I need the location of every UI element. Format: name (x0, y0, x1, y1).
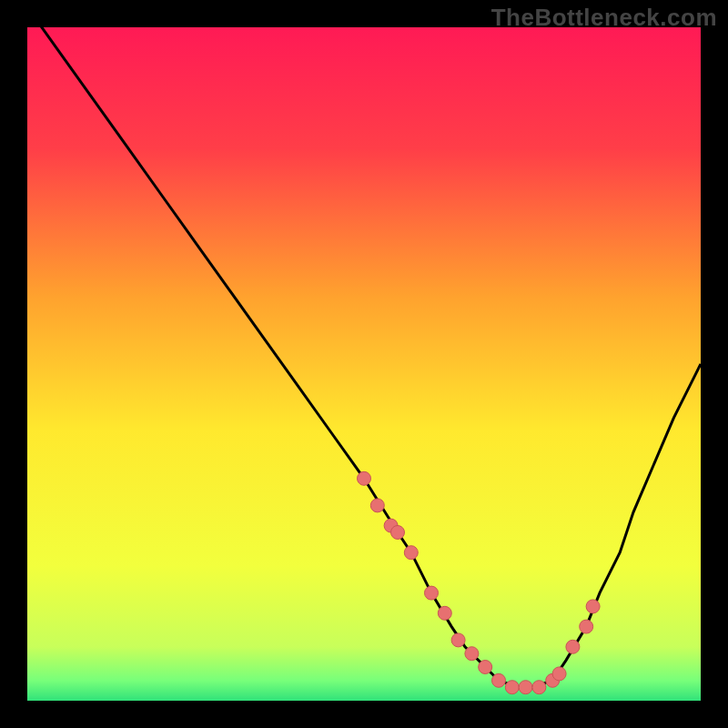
highlight-dot (479, 661, 492, 674)
highlight-dot (438, 606, 451, 620)
plot-area (27, 27, 701, 701)
highlight-dot (505, 681, 519, 694)
highlight-dot (404, 546, 418, 560)
highlight-dot (519, 681, 532, 694)
chart-frame: TheBottleneck.com (0, 0, 728, 728)
highlight-dot (586, 600, 600, 613)
highlight-dot (391, 526, 405, 540)
highlight-dot (532, 681, 546, 694)
gradient-background (27, 27, 701, 701)
watermark-text: TheBottleneck.com (491, 4, 717, 32)
highlight-dot (465, 647, 479, 661)
highlight-dot (370, 499, 384, 512)
highlight-dot (358, 471, 371, 485)
highlight-dot (451, 633, 465, 647)
highlight-dot (580, 620, 593, 633)
chart-svg (27, 27, 701, 701)
highlight-dot (552, 667, 566, 681)
highlight-dot (425, 586, 439, 600)
highlight-dot (566, 640, 580, 653)
highlight-dot (492, 673, 506, 687)
